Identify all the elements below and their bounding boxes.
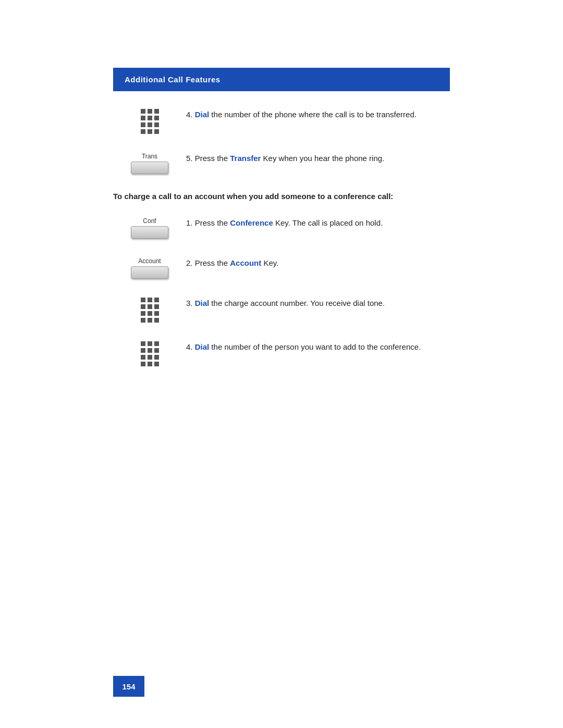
content-area: 4. Dial the number of the phone where th… (113, 91, 450, 366)
account-key-label: Account (138, 257, 161, 265)
dot (148, 298, 152, 302)
step-number: 4. (186, 110, 195, 119)
step-number: 5. Press the (186, 154, 230, 163)
section-heading: To charge a call to an account when you … (113, 191, 450, 203)
conference-highlight: Conference (230, 218, 273, 227)
step-text: Key. (261, 258, 278, 267)
dot (141, 109, 145, 114)
dot (141, 341, 145, 346)
dot (141, 318, 145, 323)
step-text: Key. The call is placed on hold. (273, 218, 383, 227)
keypad-icon-col-2 (113, 295, 186, 323)
step-transfer-4: 4. Dial the number of the phone where th… (113, 107, 450, 134)
dot (154, 355, 159, 360)
step-transfer-5-text: 5. Press the Transfer Key when you hear … (186, 151, 450, 165)
dot (148, 362, 152, 366)
dot (141, 304, 145, 309)
dot (154, 318, 159, 323)
conf-button-col: Conf (113, 215, 186, 239)
conf-key-wrap: Conf (131, 217, 168, 239)
dot (148, 341, 152, 346)
step-conf-2-text: 2. Press the Account Key. (186, 255, 450, 269)
dot (141, 129, 145, 134)
trans-key-wrap: Trans (131, 153, 168, 174)
step-number: 2. Press the (186, 258, 230, 267)
step-number: 4. (186, 342, 195, 351)
keypad-icon-col-1 (113, 107, 186, 134)
step-conf-4: 4. Dial the number of the person you wan… (113, 339, 450, 366)
dot (141, 348, 145, 353)
account-key-button (131, 266, 168, 279)
step-transfer-4-text: 4. Dial the number of the phone where th… (186, 107, 450, 121)
dot (148, 304, 152, 309)
trans-key-label: Trans (142, 153, 157, 160)
keypad-icon-3 (141, 341, 159, 366)
step-conf-2: Account 2. Press the Account Key. (113, 255, 450, 279)
dot (141, 311, 145, 316)
step-transfer-5: Trans 5. Press the Transfer Key when you… (113, 151, 450, 174)
step-number: 1. Press the (186, 218, 230, 227)
dot (141, 298, 145, 302)
step-text: the number of the phone where the call i… (209, 110, 417, 119)
dot (154, 348, 159, 353)
trans-key-button (131, 162, 168, 174)
dot (154, 311, 159, 316)
dot (154, 116, 159, 120)
dot (148, 311, 152, 316)
dot (154, 109, 159, 114)
step-conf-3-text: 3. Dial the charge account number. You r… (186, 295, 450, 310)
step-text: Key when you hear the phone ring. (261, 154, 384, 163)
page-number: 154 (113, 676, 144, 697)
dot (148, 355, 152, 360)
step-conf-1-text: 1. Press the Conference Key. The call is… (186, 215, 450, 229)
keypad-icon-2 (141, 298, 159, 323)
account-highlight: Account (230, 258, 261, 267)
page-header: Additional Call Features (113, 68, 450, 91)
dial-highlight-2: Dial (195, 299, 210, 307)
keypad-icon-1 (141, 109, 159, 134)
trans-button-col: Trans (113, 151, 186, 174)
keypad-icon-col-3 (113, 339, 186, 366)
step-text: the number of the person you want to add… (209, 342, 421, 351)
step-conf-1: Conf 1. Press the Conference Key. The ca… (113, 215, 450, 239)
conf-key-label: Conf (143, 217, 156, 225)
account-key-wrap: Account (131, 257, 168, 279)
page-title: Additional Call Features (125, 75, 221, 84)
step-text: the charge account number. You receive d… (209, 299, 385, 307)
dot (148, 129, 152, 134)
dot (141, 362, 145, 366)
dot (154, 122, 159, 127)
account-button-col: Account (113, 255, 186, 279)
dot (154, 129, 159, 134)
dial-highlight-3: Dial (195, 342, 210, 351)
dot (154, 298, 159, 302)
dot (148, 348, 152, 353)
dot (148, 122, 152, 127)
dot (141, 116, 145, 120)
dot (148, 116, 152, 120)
dot (141, 355, 145, 360)
step-conf-3: 3. Dial the charge account number. You r… (113, 295, 450, 323)
dot (154, 362, 159, 366)
step-number: 3. (186, 299, 195, 307)
dot (154, 341, 159, 346)
dot (148, 109, 152, 114)
dot (154, 304, 159, 309)
conf-key-button (131, 226, 168, 239)
step-conf-4-text: 4. Dial the number of the person you wan… (186, 339, 450, 353)
dot (141, 122, 145, 127)
dial-highlight-1: Dial (195, 110, 210, 119)
transfer-highlight: Transfer (230, 154, 261, 163)
dot (148, 318, 152, 323)
